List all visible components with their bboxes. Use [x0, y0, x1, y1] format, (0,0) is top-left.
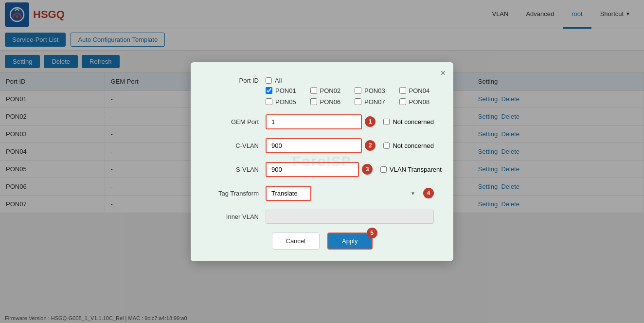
pon-checkbox-pon08[interactable] [399, 98, 406, 105]
pon-label: PON08 [409, 98, 430, 106]
pon-item: PON05 [266, 98, 301, 106]
pon-checkbox-pon01[interactable] [266, 87, 272, 94]
all-label: All [275, 77, 282, 84]
cvlan-not-concerned-checkbox[interactable] [383, 143, 390, 149]
cvlan-not-concerned: Not concerned [383, 142, 434, 149]
gem-port-field: 1 [266, 114, 376, 129]
cvlan-row: C-VLAN 2 Not concerned [210, 138, 434, 153]
svlan-row: S-VLAN 3 VLAN Transparent [210, 162, 434, 177]
pon-checkbox-pon02[interactable] [310, 87, 317, 94]
pon-label: PON03 [364, 87, 385, 94]
chevron-down-icon: ▼ [411, 191, 415, 196]
step-badge-4: 4 [423, 188, 434, 198]
gem-port-input[interactable] [266, 114, 362, 129]
tag-transform-select[interactable]: TranslateAddRemoveTransparent [266, 186, 311, 201]
pon-checkbox-pon05[interactable] [266, 98, 272, 105]
close-button[interactable]: × [440, 68, 446, 78]
pon-checkbox-pon03[interactable] [355, 87, 361, 94]
cvlan-input[interactable] [266, 138, 362, 153]
pon-grid: PON01 PON02 PON03 PON04 PON05 PON06 PON0… [266, 87, 434, 106]
gem-port-label: GEM Port [210, 118, 259, 126]
port-id-section: Port ID All PON01 PON02 PON03 PON04 PON0… [210, 77, 434, 106]
cvlan-field: 2 [266, 138, 376, 153]
cvlan-label: C-VLAN [210, 142, 259, 149]
inner-vlan-label: Inner VLAN [210, 213, 259, 214]
port-id-row: Port ID All [210, 77, 434, 84]
modal-overlay: ForoISP × Port ID All PON01 PON02 PON03 … [0, 0, 644, 213]
gem-port-not-concerned-label: Not concerned [393, 118, 434, 126]
gem-port-not-concerned: Not concerned [383, 118, 434, 126]
step-badge-3: 3 [362, 164, 373, 175]
all-checkbox-label[interactable]: All [266, 77, 282, 84]
pon-item: PON02 [310, 87, 345, 94]
svlan-vlan-transparent: VLAN Transparent [380, 166, 442, 173]
pon-label: PON05 [275, 98, 296, 106]
inner-vlan-row: Inner VLAN [210, 210, 434, 214]
pon-label: PON02 [320, 87, 341, 94]
pon-item: PON01 [266, 87, 301, 94]
svlan-field: 3 [266, 162, 373, 177]
step-badge-2: 2 [365, 140, 376, 151]
tag-transform-field: TranslateAddRemoveTransparent ▼ 4 [266, 186, 434, 201]
pon-checkbox-pon04[interactable] [399, 87, 406, 94]
svlan-label: S-VLAN [210, 166, 259, 173]
pon-label: PON07 [364, 98, 385, 106]
port-id-label: Port ID [210, 77, 259, 84]
svlan-transparent-checkbox[interactable] [380, 166, 387, 173]
pon-checkbox-pon06[interactable] [310, 98, 317, 105]
tag-transform-row: Tag Transform TranslateAddRemoveTranspar… [210, 186, 434, 201]
inner-vlan-input [266, 210, 434, 214]
pon-checkbox-pon07[interactable] [355, 98, 361, 105]
pon-item: PON07 [355, 98, 390, 106]
tag-transform-select-wrapper: TranslateAddRemoveTransparent ▼ [266, 186, 420, 201]
gem-port-not-concerned-checkbox[interactable] [383, 119, 390, 125]
pon-item: PON06 [310, 98, 345, 106]
all-checkbox[interactable] [266, 77, 272, 84]
svlan-input[interactable] [266, 162, 359, 177]
step-badge-1: 1 [365, 116, 376, 127]
pon-label: PON06 [320, 98, 341, 106]
modal-dialog: ForoISP × Port ID All PON01 PON02 PON03 … [191, 62, 453, 214]
svlan-transparent-label: VLAN Transparent [390, 166, 442, 173]
pon-item: PON03 [355, 87, 390, 94]
pon-label: PON04 [409, 87, 430, 94]
tag-transform-label: Tag Transform [210, 190, 259, 197]
cvlan-not-concerned-label: Not concerned [393, 142, 434, 149]
pon-item: PON08 [399, 98, 434, 106]
pon-label: PON01 [275, 87, 296, 94]
pon-item: PON04 [399, 87, 434, 94]
gem-port-row: GEM Port 1 Not concerned [210, 114, 434, 129]
